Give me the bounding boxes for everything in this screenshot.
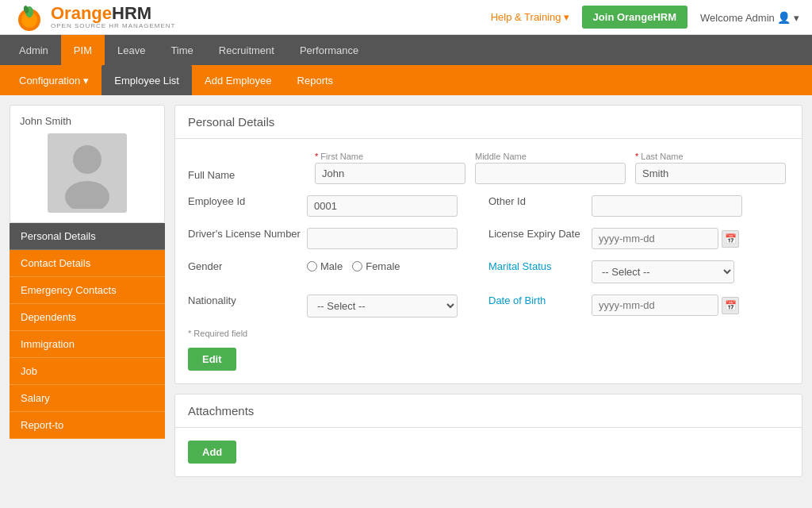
sidebar-item-immigration[interactable]: Immigration <box>10 331 165 358</box>
dob-calendar-icon[interactable]: 📅 <box>722 297 739 314</box>
nationality-select[interactable]: -- Select -- American British Other <box>307 294 458 318</box>
drivers-license-label: Driver's License Number <box>188 228 307 240</box>
sidebar-item-salary[interactable]: Salary <box>10 385 165 412</box>
top-bar: OrangeHRM OPEN SOURCE HR MANAGEMENT Help… <box>0 0 812 35</box>
nationality-label: Nationality <box>188 294 307 306</box>
nationality-dob-row: Nationality -- Select -- American Britis… <box>188 294 789 318</box>
dob-wrap: 📅 <box>592 294 739 316</box>
employee-id-input[interactable] <box>307 195 458 217</box>
sidebar-item-personal-details[interactable]: Personal Details <box>10 223 165 250</box>
drivers-license-group <box>307 228 458 249</box>
dob-input[interactable] <box>592 294 718 316</box>
middle-name-group: Middle Name <box>475 152 626 184</box>
sub-nav-configuration[interactable]: Configuration ▾ <box>6 65 102 95</box>
svg-point-4 <box>73 145 102 174</box>
gender-female-radio[interactable] <box>352 261 362 271</box>
personal-details-card: Personal Details Full Name First Name Mi… <box>174 105 802 384</box>
license-row: Driver's License Number License Expiry D… <box>188 228 789 249</box>
top-right: Help & Training ▾ Join OrangeHRM Welcome… <box>491 6 799 29</box>
logo-brand: OrangeHRM <box>51 5 175 22</box>
logo-hrm: HRM <box>112 3 151 23</box>
add-attachment-button[interactable]: Add <box>188 441 236 464</box>
sidebar-item-emergency-contacts[interactable]: Emergency Contacts <box>10 277 165 304</box>
gender-female-label[interactable]: Female <box>352 260 400 272</box>
logo-area: OrangeHRM OPEN SOURCE HR MANAGEMENT <box>13 1 175 34</box>
full-name-label: Full Name <box>188 152 315 181</box>
sub-nav-reports[interactable]: Reports <box>285 65 347 95</box>
sidebar-item-job[interactable]: Job <box>10 358 165 385</box>
main-nav: Admin PIM Leave Time Recruitment Perform… <box>0 35 812 65</box>
last-name-input[interactable] <box>635 163 786 184</box>
employee-id-col: Employee Id <box>188 195 488 217</box>
welcome-text: Welcome Admin 👤 ▾ <box>700 11 799 24</box>
first-name-group: First Name <box>315 152 465 184</box>
personal-details-header: Personal Details <box>175 106 802 139</box>
gender-col: Gender Male Female <box>188 260 488 283</box>
config-arrow-icon: ▾ <box>83 75 89 87</box>
nav-item-recruitment[interactable]: Recruitment <box>206 35 287 65</box>
first-name-input[interactable] <box>315 163 465 184</box>
user-icon: 👤 <box>777 11 791 24</box>
dob-label: Date of Birth <box>488 294 592 306</box>
help-training-link[interactable]: Help & Training ▾ <box>491 11 569 23</box>
license-expiry-col: License Expiry Date 📅 <box>488 228 789 249</box>
drivers-license-col: Driver's License Number <box>188 228 488 249</box>
drivers-license-input[interactable] <box>307 228 458 249</box>
sub-nav: Configuration ▾ Employee List Add Employ… <box>0 65 812 95</box>
first-name-label: First Name <box>315 152 465 161</box>
attachments-body: Add <box>175 428 802 476</box>
license-expiry-calendar-icon[interactable]: 📅 <box>722 230 739 248</box>
gender-male-label[interactable]: Male <box>307 260 343 272</box>
middle-name-input[interactable] <box>475 163 626 184</box>
other-id-label: Other Id <box>488 195 592 207</box>
required-note: * Required field <box>188 329 789 338</box>
nav-item-leave[interactable]: Leave <box>105 35 158 65</box>
gender-radio-group: Male Female <box>307 260 400 272</box>
last-name-group: Last Name <box>635 152 786 184</box>
logo-sub: OPEN SOURCE HR MANAGEMENT <box>51 22 175 29</box>
svg-point-5 <box>65 181 109 209</box>
license-expiry-wrap: 📅 <box>592 228 739 249</box>
id-row: Employee Id Other Id <box>188 195 789 217</box>
marital-status-label: Marital Status <box>488 260 592 272</box>
nationality-col: Nationality -- Select -- American Britis… <box>188 294 488 318</box>
sidebar: John Smith Personal Details Contact Deta… <box>10 105 165 508</box>
logo-orange: Orange <box>51 3 112 23</box>
welcome-dropdown-icon: ▾ <box>794 12 799 24</box>
attachments-header: Attachments <box>175 394 802 428</box>
full-name-row: Full Name First Name Middle Name Last Na… <box>188 152 789 184</box>
other-id-input[interactable] <box>592 195 742 217</box>
nav-item-pim[interactable]: PIM <box>61 35 105 65</box>
personal-details-body: Full Name First Name Middle Name Last Na… <box>175 139 802 383</box>
dob-col: Date of Birth 📅 <box>488 294 789 318</box>
profile-card: John Smith <box>10 105 165 223</box>
employee-id-group <box>307 195 458 217</box>
gender-marital-row: Gender Male Female Marital Status <box>188 260 789 283</box>
middle-name-label: Middle Name <box>475 152 626 161</box>
marital-status-select[interactable]: -- Select -- Single Married Other <box>592 260 734 283</box>
logo-icon <box>13 1 46 34</box>
nav-item-time[interactable]: Time <box>158 35 205 65</box>
marital-status-col: Marital Status -- Select -- Single Marri… <box>488 260 789 283</box>
attachments-card: Attachments Add <box>174 394 802 477</box>
sub-nav-add-employee[interactable]: Add Employee <box>192 65 285 95</box>
gender-male-radio[interactable] <box>307 261 317 271</box>
content-area: John Smith Personal Details Contact Deta… <box>0 95 812 508</box>
sidebar-menu: Personal Details Contact Details Emergen… <box>10 223 165 439</box>
sidebar-item-contact-details[interactable]: Contact Details <box>10 250 165 277</box>
employee-id-label: Employee Id <box>188 195 307 207</box>
join-orangehrm-button[interactable]: Join OrangeHRM <box>582 6 688 29</box>
other-id-group <box>592 195 742 217</box>
sidebar-item-dependents[interactable]: Dependents <box>10 304 165 331</box>
other-id-col: Other Id <box>488 195 789 217</box>
license-expiry-input[interactable] <box>592 228 718 249</box>
logo-text: OrangeHRM OPEN SOURCE HR MANAGEMENT <box>51 5 175 29</box>
license-expiry-label: License Expiry Date <box>488 228 592 240</box>
edit-button[interactable]: Edit <box>188 348 236 371</box>
nav-item-performance[interactable]: Performance <box>287 35 371 65</box>
sub-nav-employee-list[interactable]: Employee List <box>102 65 192 95</box>
full-name-fields: First Name Middle Name Last Name <box>315 152 789 184</box>
nav-item-admin[interactable]: Admin <box>6 35 61 65</box>
sidebar-item-report-to[interactable]: Report-to <box>10 412 165 439</box>
dropdown-arrow-icon: ▾ <box>564 11 569 23</box>
